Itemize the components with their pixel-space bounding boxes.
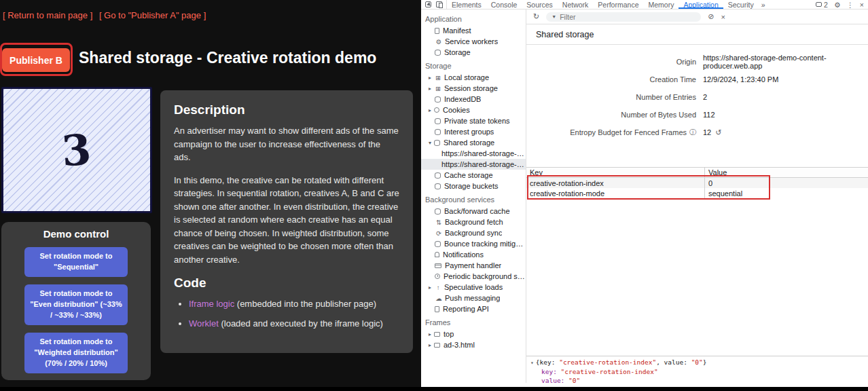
sidebar-item-frame-ad3[interactable]: ▸ ad-3.html [421, 339, 526, 350]
twisty-expanded-icon[interactable]: ▾ [426, 140, 434, 146]
entry-preview-pane: ▾{key: "creative-rotation-index", value:… [526, 356, 868, 383]
publisher-b-button[interactable]: Publisher B [2, 48, 70, 72]
kebab-menu-icon[interactable]: ⋮ [846, 1, 854, 9]
sidebar-item-local-storage[interactable]: ▸ ⊞ Local storage [421, 72, 526, 83]
iframe-logic-link[interactable]: Iframe logic [189, 299, 234, 309]
devtools-toolbar-icons [421, 0, 447, 9]
sidebar-item-cookies[interactable]: ▸ Cookies [421, 105, 526, 115]
database-icon [435, 129, 441, 135]
panel-toolbar: ↻ ▼ ⊘ × [526, 10, 868, 24]
publisher-page: [ Return to main page ] [ Go to "Publish… [0, 0, 421, 387]
tab-elements[interactable]: Elements [447, 0, 486, 9]
inspect-element-icon[interactable] [425, 1, 431, 7]
rotation-sequential-button[interactable]: Set rotation mode to "Sequential" [24, 247, 128, 277]
more-tabs-icon[interactable]: » [759, 0, 768, 9]
sidebar-item-push-messaging[interactable]: ☁ Push messaging [421, 293, 526, 303]
sidebar-item-private-state-tokens[interactable]: Private state tokens [421, 115, 526, 126]
worklet-link[interactable]: Worklet [189, 318, 219, 329]
sidebar-item-cache-storage[interactable]: Cache storage [421, 170, 526, 181]
tab-performance[interactable]: Performance [593, 0, 643, 9]
twisty-collapsed-icon[interactable]: ▸ [426, 331, 434, 337]
rotation-weighted-button[interactable]: Set rotation mode to "Weighted distribut… [24, 333, 128, 373]
table-icon: ⊞ [434, 85, 442, 92]
sidebar-item-back-forward-cache[interactable]: Back/forward cache [421, 206, 526, 217]
sidebar-item-indexeddb[interactable]: IndexedDB [421, 94, 526, 105]
sidebar-item-interest-groups[interactable]: Interest groups [421, 126, 526, 137]
service-worker-icon: ⚙ [435, 38, 443, 45]
twisty-collapsed-icon[interactable]: ▸ [426, 86, 434, 92]
devtools-body: Application Manifest ⚙ Service workers S… [421, 10, 868, 383]
sidebar-item-background-sync[interactable]: ⟳ Background sync [421, 227, 526, 238]
twisty-collapsed-icon[interactable]: ▸ [426, 342, 434, 348]
code-item-worklet-text: (loaded and executed by the iframe logic… [219, 318, 383, 329]
meta-row-bytes-used: Number of Bytes Used 112 [526, 106, 868, 124]
shared-storage-panel: ↻ ▼ ⊘ × Shared storage Origin https://sh… [526, 10, 868, 383]
demo-control-panel: Demo control Set rotation mode to "Seque… [1, 222, 151, 380]
table-header-row: Key Value [526, 168, 868, 178]
filter-input[interactable] [560, 13, 695, 21]
issues-counter[interactable]: 2 [816, 1, 828, 9]
storage-entries-table: Key Value creative-rotation-index 0 crea… [526, 167, 868, 198]
info-icon[interactable]: ⓘ [689, 128, 696, 137]
code-item-iframe: Iframe logic (embedded into the publishe… [189, 297, 399, 311]
tab-network[interactable]: Network [558, 0, 594, 9]
refresh-icon[interactable]: ↻ [533, 12, 539, 21]
sidebar-item-bounce-tracking[interactable]: Bounce tracking mitiga… [421, 238, 526, 249]
column-header-value[interactable]: Value [705, 168, 868, 177]
sidebar-item-frame-top[interactable]: ▸ top [421, 329, 526, 339]
sidebar-item-service-workers[interactable]: ⚙ Service workers [421, 36, 526, 47]
metadata-view: Origin https://shared-storage-demo-conte… [526, 45, 868, 141]
sidebar-item-session-storage[interactable]: ▸ ⊞ Session storage [421, 83, 526, 94]
creative-number: 3 [60, 124, 93, 176]
twisty-collapsed-icon[interactable]: ▸ [426, 107, 434, 113]
return-main-link[interactable]: [ Return to main page ] [3, 10, 92, 20]
table-row-creative-rotation-index[interactable]: creative-rotation-index 0 [526, 178, 868, 188]
close-devtools-icon[interactable]: × [860, 1, 864, 9]
devtools-window: Elements Console Sources Network Perform… [421, 0, 868, 387]
tab-memory[interactable]: Memory [643, 0, 679, 9]
issues-icon [816, 2, 822, 7]
settings-gear-icon[interactable]: ⚙ [834, 1, 840, 9]
sidebar-item-periodic-background-sync[interactable]: Periodic background s… [421, 271, 526, 282]
tab-security[interactable]: Security [723, 0, 759, 9]
publisher-a-link[interactable]: [ Go to "Publisher A" page ] [99, 10, 206, 20]
sidebar-item-background-fetch[interactable]: ⇅ Background fetch [421, 217, 526, 227]
sidebar-item-notifications[interactable]: Notifications [421, 249, 526, 260]
cookie-icon [434, 107, 439, 113]
database-icon [435, 96, 441, 103]
rotation-even-button[interactable]: Set rotation mode to "Even distribution"… [24, 284, 128, 325]
sidebar-item-storage-buckets[interactable]: Storage buckets [421, 181, 526, 191]
reset-entropy-icon[interactable]: ↺ [715, 128, 721, 137]
code-item-iframe-text: (embedded into the publisher page) [234, 299, 376, 309]
tab-application[interactable]: Application [679, 0, 723, 9]
page-title: Shared storage - Creative rotation demo [79, 49, 376, 67]
database-icon [435, 172, 441, 179]
devtools-tabbar: Elements Console Sources Network Perform… [421, 0, 868, 10]
close-panel-icon[interactable]: × [721, 13, 725, 21]
meta-row-entropy-budget: Entropy Budget for Fenced Frames ⓘ 12 ↺ [526, 124, 868, 141]
filter-box: ▼ [546, 12, 701, 22]
twisty-collapsed-icon[interactable]: ▸ [426, 284, 434, 291]
database-icon [435, 50, 441, 56]
screenshot-root: [ Return to main page ] [ Go to "Publish… [0, 0, 868, 391]
sidebar-item-storage[interactable]: Storage [421, 47, 526, 58]
ad-creative[interactable]: 3 [1, 87, 152, 213]
twisty-expanded-icon[interactable]: ▾ [530, 360, 534, 366]
database-icon [435, 118, 441, 124]
column-header-key[interactable]: Key [526, 168, 705, 177]
sidebar-item-shared-storage-origin-2[interactable]: https://shared-storage-d… [421, 159, 526, 170]
tab-sources[interactable]: Sources [522, 0, 558, 9]
sidebar-item-manifest[interactable]: Manifest [421, 25, 526, 36]
code-heading: Code [174, 276, 399, 291]
device-toolbar-icon[interactable] [436, 1, 442, 7]
sidebar-item-shared-storage-origin-1[interactable]: https://shared-storage-d… [421, 148, 526, 159]
sidebar-item-speculative-loads[interactable]: ▸ ↑ Speculative loads [421, 282, 526, 293]
table-row-creative-rotation-mode[interactable]: creative-rotation-mode sequential [526, 188, 868, 198]
tab-console[interactable]: Console [486, 0, 522, 9]
sidebar-item-reporting-api[interactable]: Reporting API [421, 303, 526, 314]
sidebar-section-frames: Frames [421, 314, 526, 329]
sidebar-item-shared-storage[interactable]: ▾ Shared storage [421, 137, 526, 148]
sidebar-item-payment-handler[interactable]: Payment handler [421, 260, 526, 271]
clear-icon[interactable]: ⊘ [708, 12, 714, 21]
twisty-collapsed-icon[interactable]: ▸ [426, 75, 434, 81]
